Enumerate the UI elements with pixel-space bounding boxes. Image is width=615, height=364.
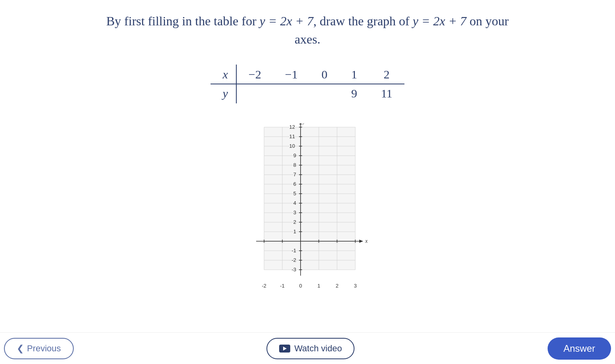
y-val-5: 11	[369, 84, 404, 103]
svg-text:8: 8	[293, 162, 296, 168]
values-table: x −2 −1 0 1 2 y 9 11	[211, 65, 404, 103]
x-label: x	[211, 65, 236, 84]
svg-marker-24	[359, 240, 363, 243]
y-val-1	[236, 84, 273, 103]
svg-text:0: 0	[299, 283, 302, 289]
svg-text:-3: -3	[291, 267, 296, 273]
x-val-2: −1	[273, 65, 310, 84]
svg-text:2: 2	[335, 283, 338, 289]
equation1: y = 2x + 7	[260, 14, 314, 28]
svg-rect-0	[264, 127, 355, 270]
coordinate-graph: -2 -1 0 1 2 3 12 11 10 9 8 7 6 5 4 3 2 1	[244, 123, 371, 305]
svg-text:9: 9	[293, 152, 296, 158]
video-icon	[279, 345, 290, 353]
svg-text:1: 1	[317, 283, 320, 289]
svg-text:12: 12	[289, 124, 295, 130]
svg-text:6: 6	[293, 181, 296, 187]
watch-video-button[interactable]: Watch video	[266, 338, 354, 359]
x-val-1: −2	[236, 65, 273, 84]
question-text: By first filling in the table for y = 2x…	[106, 12, 509, 49]
svg-text:-2: -2	[262, 283, 266, 289]
table-container: x −2 −1 0 1 2 y 9 11	[211, 65, 404, 103]
previous-button[interactable]: ❮ Previous	[4, 338, 74, 359]
question-part2: , draw the graph of	[313, 14, 413, 28]
x-val-5: 2	[369, 65, 404, 84]
answer-button[interactable]: Answer	[548, 337, 611, 360]
svg-text:3: 3	[354, 283, 356, 289]
svg-text:2: 2	[293, 219, 296, 225]
answer-label: Answer	[563, 343, 595, 354]
svg-text:x: x	[365, 238, 368, 244]
equation2: y = 2x + 7	[413, 14, 467, 28]
svg-text:10: 10	[289, 143, 295, 149]
graph-container: -2 -1 0 1 2 3 12 11 10 9 8 7 6 5 4 3 2 1	[244, 123, 371, 307]
svg-text:4: 4	[293, 200, 296, 206]
svg-text:7: 7	[293, 172, 296, 177]
bottom-nav: ❮ Previous Watch video Answer	[0, 332, 615, 364]
y-val-4: 9	[339, 84, 369, 103]
x-val-4: 1	[339, 65, 369, 84]
svg-text:1: 1	[293, 229, 296, 234]
y-val-3	[310, 84, 339, 103]
y-val-2	[273, 84, 310, 103]
table-y-row: y 9 11	[211, 84, 404, 103]
svg-text:3: 3	[293, 210, 296, 215]
svg-text:5: 5	[293, 191, 296, 196]
svg-text:-1: -1	[291, 248, 296, 253]
y-label: y	[211, 84, 236, 103]
main-content: By first filling in the table for y = 2x…	[0, 0, 615, 347]
question-part1: By first filling in the table for	[106, 14, 260, 28]
previous-label: Previous	[27, 343, 61, 354]
table-header-row: x −2 −1 0 1 2	[211, 65, 404, 84]
svg-text:y: y	[302, 123, 306, 124]
y-axis-arrow	[299, 123, 302, 124]
svg-text:-2: -2	[291, 257, 296, 263]
svg-text:11: 11	[289, 133, 295, 139]
chevron-left-icon: ❮	[17, 343, 24, 354]
svg-text:-1: -1	[280, 283, 285, 289]
watch-video-label: Watch video	[294, 343, 342, 354]
x-val-3: 0	[310, 65, 339, 84]
